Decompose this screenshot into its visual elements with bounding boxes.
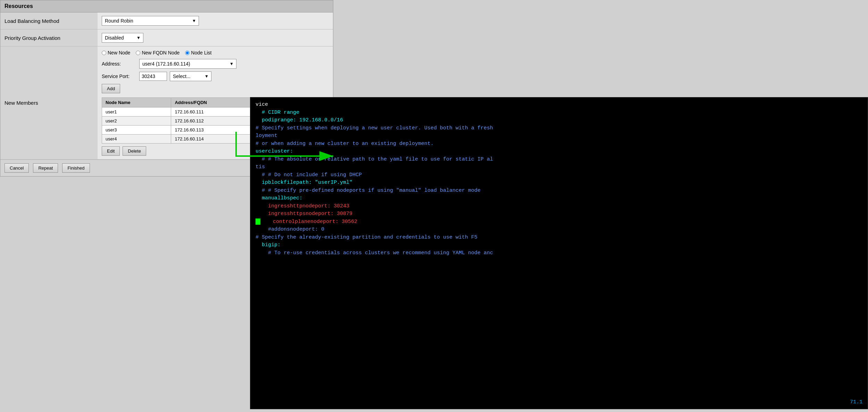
priority-group-label: Priority Group Activation bbox=[0, 29, 98, 46]
priority-group-value-cell: Disabled ▼ bbox=[98, 29, 333, 46]
terminal-line: manuallbspec: bbox=[256, 195, 862, 203]
radio-new-fqdn-label[interactable]: New FQDN Node bbox=[136, 50, 180, 55]
load-balancing-value-cell: Round Robin ▼ bbox=[98, 12, 333, 29]
cell-address: 172.16.60.112 bbox=[171, 117, 256, 126]
priority-group-select-wrapper: Disabled ▼ bbox=[102, 33, 143, 43]
address-select-wrapper: user4 (172.16.60.114) user1 (172.16.60.1… bbox=[139, 59, 236, 69]
radio-new-node-label[interactable]: New Node bbox=[102, 50, 130, 55]
add-button[interactable]: Add bbox=[102, 84, 120, 93]
cell-node-name: user3 bbox=[102, 126, 171, 135]
radio-new-fqdn-text: New FQDN Node bbox=[142, 50, 180, 55]
priority-group-row: Priority Group Activation Disabled ▼ bbox=[0, 29, 333, 46]
col-address-fqdn: Address/FQDN bbox=[171, 98, 256, 108]
service-port-row: Service Port: Select... ▼ bbox=[102, 71, 329, 81]
cancel-button[interactable]: Cancel bbox=[5, 163, 29, 173]
delete-button[interactable]: Delete bbox=[123, 146, 146, 156]
load-balancing-select[interactable]: Round Robin bbox=[102, 16, 199, 26]
terminal-line: bigip: bbox=[256, 241, 862, 249]
terminal-line: ipblockfilepath: "userIP.yml" bbox=[256, 179, 862, 187]
terminal-line: ingresshttpnodeport: 30243 bbox=[256, 203, 862, 211]
load-balancing-select-wrapper: Round Robin ▼ bbox=[102, 16, 199, 26]
col-node-name: Node Name bbox=[102, 98, 171, 108]
terminal-cursor bbox=[256, 218, 260, 225]
service-port-input[interactable] bbox=[139, 72, 167, 81]
port-select-wrapper: Select... ▼ bbox=[170, 71, 211, 81]
radio-node-list-label[interactable]: Node List bbox=[185, 50, 211, 55]
radio-new-fqdn[interactable] bbox=[136, 51, 140, 55]
cell-node-name: user1 bbox=[102, 108, 171, 117]
port-select[interactable]: Select... bbox=[170, 71, 211, 81]
service-port-label: Service Port: bbox=[102, 74, 136, 79]
new-members-label: New Members bbox=[0, 46, 98, 160]
radio-group: New Node New FQDN Node Node List bbox=[102, 50, 329, 55]
terminal-content: vice # CIDR range podiprange: 192.168.0.… bbox=[256, 101, 862, 257]
terminal-line: # Specify the already-existing partition… bbox=[256, 234, 862, 242]
radio-new-node-text: New Node bbox=[108, 50, 130, 55]
terminal-line: podiprange: 192.168.0.0/16 bbox=[256, 117, 862, 125]
address-label: Address: bbox=[102, 61, 136, 67]
cell-node-name: user4 bbox=[102, 135, 171, 144]
terminal-line: vice bbox=[256, 101, 862, 109]
terminal-position: 71.1 bbox=[850, 398, 862, 406]
priority-group-select[interactable]: Disabled bbox=[102, 33, 143, 43]
add-button-container: Add bbox=[102, 84, 329, 93]
edit-button[interactable]: Edit bbox=[102, 146, 120, 156]
address-select[interactable]: user4 (172.16.60.114) user1 (172.16.60.1… bbox=[139, 59, 236, 69]
terminal-line: # To re-use credentials across clusters … bbox=[256, 249, 862, 257]
cell-address: 172.16.60.111 bbox=[171, 108, 256, 117]
radio-node-list-text: Node List bbox=[191, 50, 211, 55]
terminal-line: # CIDR range bbox=[256, 109, 862, 117]
terminal-line: # # Specify pre-defined nodeports if usi… bbox=[256, 187, 862, 195]
load-balancing-label: Load Balancing Method bbox=[0, 12, 98, 29]
finished-button[interactable]: Finished bbox=[62, 163, 90, 173]
radio-new-node[interactable] bbox=[102, 51, 106, 55]
radio-node-list[interactable] bbox=[185, 51, 190, 55]
green-arrow-icon bbox=[229, 128, 351, 173]
terminal-line: controlplanenodeport: 30562 bbox=[256, 218, 862, 226]
terminal-line: #addonsnodeport: 0 bbox=[256, 226, 862, 234]
cell-node-name: user2 bbox=[102, 117, 171, 126]
load-balancing-row: Load Balancing Method Round Robin ▼ bbox=[0, 12, 333, 29]
address-row: Address: user4 (172.16.60.114) user1 (17… bbox=[102, 59, 329, 69]
repeat-button[interactable]: Repeat bbox=[33, 163, 58, 173]
terminal-line: ingresshttpsnodeport: 30879 bbox=[256, 210, 862, 218]
panel-title: Resources bbox=[0, 0, 333, 12]
